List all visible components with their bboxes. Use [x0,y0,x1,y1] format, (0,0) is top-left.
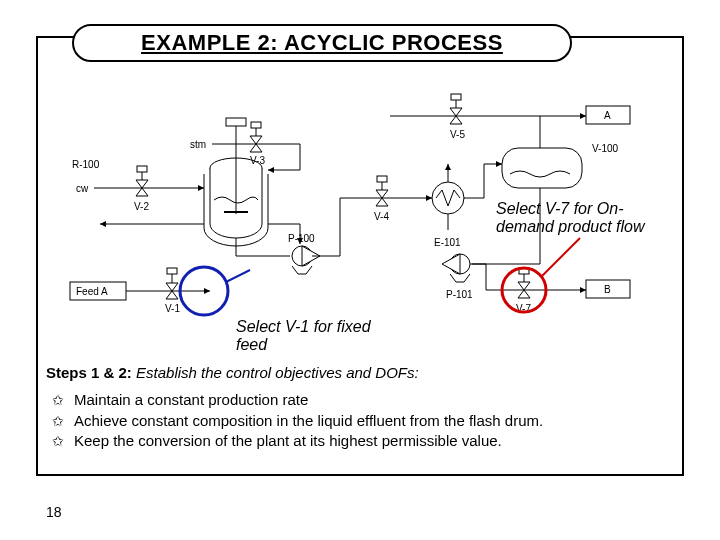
svg-point-27 [432,182,464,214]
valve-v3-icon [250,122,262,152]
drum-v100-icon [502,148,582,188]
label-stream-a: A [604,110,611,121]
pump-p101-icon [442,254,470,282]
valve-v4-icon [376,176,388,206]
annotation-v7: Select V-7 for On-demand product flow [496,200,666,237]
label-v3: V-3 [250,155,265,166]
svg-rect-38 [451,94,461,100]
svg-rect-10 [137,166,147,172]
svg-line-49 [226,270,250,282]
svg-rect-33 [502,148,582,188]
star-icon: ✩ [52,432,64,451]
bullet-item: ✩Maintain a constant production rate [52,391,682,410]
page-number: 18 [46,504,62,520]
label-p100: P-100 [288,233,315,244]
label-v2: V-2 [134,201,149,212]
body-text: Steps 1 & 2: Establish the control objec… [46,364,682,453]
slide-title: EXAMPLE 2: ACYCLIC PROCESS [141,30,503,56]
steps-rest: Establish the control objectives and DOF… [132,364,419,381]
annotation-v1: Select V-1 for fixed feed [236,318,406,355]
svg-rect-3 [167,268,177,274]
process-diagram: Feed A V-1 R-1 [40,64,680,324]
label-r100: R-100 [72,159,100,170]
svg-line-50 [542,238,580,276]
label-cw: cw [76,183,89,194]
title-container: EXAMPLE 2: ACYCLIC PROCESS [72,24,572,62]
label-v4: V-4 [374,211,389,222]
label-stream-b: B [604,284,611,295]
pump-p100-icon [292,246,320,274]
label-v100: V-100 [592,143,619,154]
label-e101: E-101 [434,237,461,248]
star-icon: ✩ [52,412,64,431]
valve-v5-icon [450,94,462,124]
valve-v1-icon [166,268,178,299]
label-v1: V-1 [165,303,180,314]
svg-rect-6 [226,118,246,126]
label-p101: P-101 [446,289,473,300]
label-stm: stm [190,139,206,150]
bullet-item: ✩Keep the conversion of the plant at its… [52,432,682,451]
hx-e101-icon [432,164,464,230]
bullet-item: ✩Achieve constant composition in the liq… [52,412,682,431]
label-v5: V-5 [450,129,465,140]
svg-rect-26 [377,176,387,182]
label-feed-a: Feed A [76,286,108,297]
steps-prefix: Steps 1 & 2: [46,364,132,381]
svg-rect-16 [251,122,261,128]
star-icon: ✩ [52,391,64,410]
valve-v2-icon [136,166,148,196]
valve-v7-icon [518,268,530,298]
